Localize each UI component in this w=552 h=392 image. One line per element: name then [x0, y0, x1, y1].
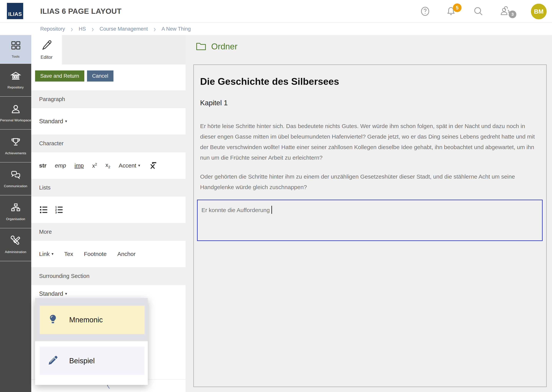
- tab-editor-label: Editor: [41, 55, 53, 60]
- footnote-button[interactable]: Footnote: [84, 251, 107, 257]
- style-option-mnemonic[interactable]: Mnemonic: [40, 306, 145, 334]
- caret-down-icon: ▾: [65, 119, 67, 123]
- sidebar-item-label: Repository: [7, 85, 24, 89]
- top-header: ILIAS ILIAS 6 PAGE LAYOUT 5 3 BM: [0, 0, 552, 22]
- accent-dropdown[interactable]: Accent▾: [119, 162, 140, 169]
- paragraph-style-select[interactable]: Standard▾: [39, 118, 67, 125]
- online-users-count-badge: 3: [509, 11, 516, 18]
- sidebar-item-label: Administration: [5, 250, 26, 254]
- cancel-button[interactable]: Cancel: [87, 70, 113, 82]
- section-header-surrounding-section: Surrounding Section: [31, 267, 186, 285]
- sidebar-item-personal-workspace[interactable]: Personal Workspace: [0, 97, 31, 130]
- person-icon: [10, 104, 21, 115]
- breadcrumb-hs[interactable]: HS: [79, 26, 86, 32]
- ilias-logo[interactable]: ILIAS: [7, 3, 23, 19]
- online-users-icon[interactable]: 3: [500, 6, 511, 17]
- breadcrumb-separator-icon: ›: [153, 24, 156, 34]
- editing-text: Er konnte die Aufforderung: [202, 207, 270, 213]
- svg-text:3: 3: [55, 211, 57, 214]
- section-header-paragraph: Paragraph: [31, 90, 186, 108]
- style-option-label: Mnemonic: [69, 316, 103, 324]
- tools-wrench-icon: [10, 235, 21, 247]
- pencil-icon: [41, 40, 52, 52]
- tab-editor[interactable]: Editor: [31, 35, 62, 64]
- content-chapter-heading: Kapitel 1: [200, 99, 540, 107]
- superscript-button[interactable]: x2: [92, 162, 97, 169]
- folder-icon: [196, 42, 206, 51]
- breadcrumb-separator-icon: ›: [92, 24, 94, 34]
- main-sidebar: Tools Repository Personal Workspace: [0, 35, 31, 392]
- breadcrumb: Repository › HS › Course Management › A …: [0, 22, 552, 35]
- caret-down-icon: ▾: [51, 252, 53, 256]
- sidebar-item-label: Tools: [12, 55, 20, 59]
- inline-edit-box[interactable]: Er konnte die Aufforderung: [197, 200, 543, 241]
- link-dropdown[interactable]: Link▾: [39, 251, 53, 257]
- editor-tabstrip: Editor: [31, 35, 186, 64]
- content-paragraph: Oder gehörten die Schritte hinter ihm zu…: [200, 171, 540, 192]
- clear-formatting-icon[interactable]: [149, 161, 157, 170]
- org-chart-icon: [10, 202, 21, 214]
- sidebar-item-repository[interactable]: Repository: [0, 64, 31, 97]
- object-title: Ordner: [196, 42, 238, 51]
- chat-bubbles-icon: [10, 169, 21, 181]
- important-button[interactable]: imp: [74, 162, 84, 169]
- object-title-label: Ordner: [211, 42, 238, 51]
- caret-down-icon: ▾: [138, 163, 140, 168]
- grid-icon: [10, 40, 21, 52]
- content-paragraph: Er hörte leise Schritte hinter sich. Das…: [200, 121, 540, 163]
- sidebar-item-organisation[interactable]: Organisation: [0, 196, 31, 228]
- section-header-character: Character: [31, 134, 186, 152]
- page-title: ILIAS 6 PAGE LAYOUT: [40, 0, 122, 22]
- style-dropdown-menu: Mnemonic Beispiel: [35, 298, 148, 385]
- section-header-more: More: [31, 223, 186, 241]
- bullet-list-icon[interactable]: [39, 205, 48, 214]
- sidebar-item-tools[interactable]: Tools: [0, 35, 31, 64]
- sidebar-item-label: Achievements: [5, 151, 26, 155]
- section-header-lists: Lists: [31, 179, 186, 196]
- lightbulb-icon: [47, 314, 59, 326]
- surrounding-style-select[interactable]: Standard▾: [39, 290, 67, 297]
- notifications-count-badge: 5: [453, 3, 462, 12]
- breadcrumb-course-management[interactable]: Course Management: [100, 26, 148, 32]
- sidebar-item-label: Communication: [4, 184, 27, 188]
- strong-button[interactable]: str: [39, 162, 46, 169]
- style-option-beispiel[interactable]: Beispiel: [40, 347, 145, 375]
- pencil-filled-icon: [47, 355, 59, 367]
- repository-icon: [10, 71, 21, 83]
- content-title: Die Geschichte des Silbersees: [200, 76, 540, 87]
- logo-text: ILIAS: [8, 11, 22, 19]
- style-option-label: Beispiel: [69, 357, 95, 365]
- subscript-button[interactable]: x2: [105, 162, 110, 169]
- sidebar-item-administration[interactable]: Administration: [0, 228, 31, 261]
- editor-actions: Save and Return Cancel: [31, 64, 186, 90]
- trophy-icon: [10, 136, 21, 148]
- sidebar-item-achievements[interactable]: Achievements: [0, 130, 31, 162]
- anchor-button[interactable]: Anchor: [117, 251, 136, 257]
- emphasis-button[interactable]: emp: [55, 162, 66, 169]
- numbered-list-icon[interactable]: 123: [54, 205, 64, 214]
- sidebar-item-communication[interactable]: Communication: [0, 162, 31, 196]
- text-cursor: [271, 206, 272, 214]
- avatar[interactable]: BM: [531, 4, 547, 19]
- main-content-area: Ordner Die Geschichte des Silbersees Kap…: [186, 35, 552, 392]
- caret-down-icon: ▾: [65, 292, 67, 296]
- page-content-box: Die Geschichte des Silbersees Kapitel 1 …: [193, 64, 547, 387]
- search-icon[interactable]: [473, 6, 484, 17]
- help-icon[interactable]: [420, 6, 430, 17]
- save-and-return-button[interactable]: Save and Return: [35, 70, 84, 82]
- breadcrumb-separator-icon: ›: [71, 24, 73, 34]
- breadcrumb-a-new-thing[interactable]: A New Thing: [162, 26, 191, 32]
- sidebar-item-label: Organisation: [6, 217, 25, 221]
- tex-button[interactable]: Tex: [64, 251, 73, 257]
- style-option-hover-wrap: Mnemonic: [35, 298, 148, 341]
- breadcrumb-repository[interactable]: Repository: [40, 26, 65, 32]
- sidebar-item-label: Personal Workspace: [0, 119, 31, 122]
- notifications-bell-icon[interactable]: 5: [446, 6, 456, 17]
